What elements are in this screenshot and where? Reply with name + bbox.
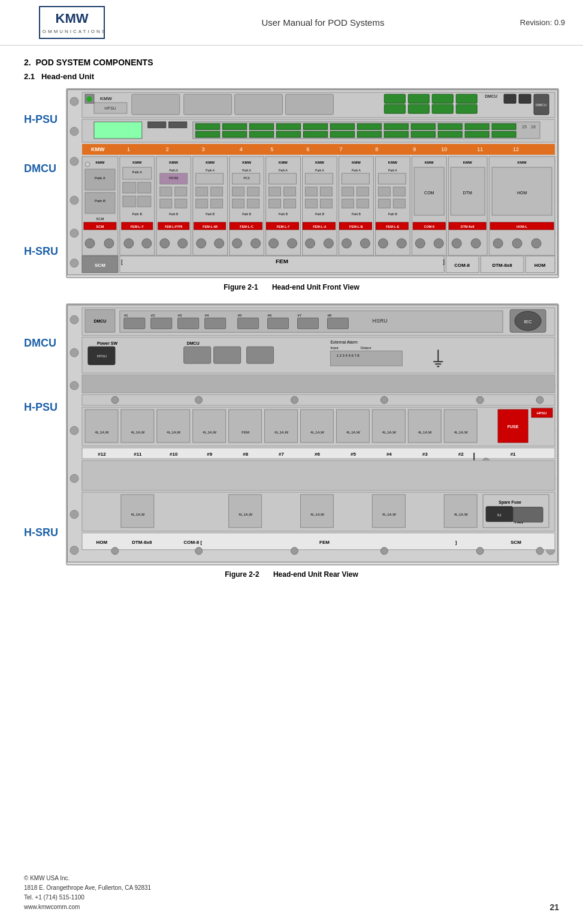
svg-text:PCS: PCS — [244, 176, 250, 180]
svg-text:#12: #12 — [98, 452, 106, 457]
svg-rect-312 — [265, 410, 298, 443]
svg-text:Path B: Path B — [315, 212, 325, 216]
svg-text:KMW: KMW — [388, 161, 397, 164]
svg-text:4L,1A,W: 4L,1A,W — [203, 431, 216, 434]
svg-rect-268 — [238, 318, 259, 329]
svg-point-122 — [160, 239, 170, 248]
svg-rect-30 — [432, 94, 453, 103]
svg-rect-307 — [85, 410, 118, 443]
svg-rect-314 — [336, 410, 369, 443]
svg-point-226 — [512, 239, 522, 248]
section-title: 2. POD SYSTEM COMPONENTS — [24, 58, 559, 67]
svg-rect-57 — [357, 124, 381, 130]
svg-point-163 — [288, 239, 297, 248]
svg-text:KMW: KMW — [95, 161, 104, 164]
svg-text:SCM: SCM — [96, 217, 104, 221]
svg-text:#5: #5 — [351, 452, 356, 457]
svg-point-6 — [70, 157, 78, 165]
svg-text:6: 6 — [307, 146, 310, 152]
figure1-caption: Figure 2-1 Head-end Unit Front View — [24, 283, 559, 291]
svg-text:Path B: Path B — [169, 212, 179, 216]
svg-rect-35 — [504, 94, 516, 103]
front-side-labels: H-PSU DMCU H-SRU — [24, 88, 66, 278]
svg-point-209 — [415, 239, 425, 248]
svg-text:#4: #4 — [205, 314, 209, 317]
svg-text:FUSE: FUSE — [508, 425, 519, 429]
svg-text:FEM-L-Y: FEM-L-Y — [131, 225, 144, 228]
svg-rect-308 — [121, 410, 154, 443]
svg-text:#7: #7 — [298, 314, 302, 317]
svg-text:4L,1A,W: 4L,1A,W — [274, 431, 288, 434]
logo-icon: KMW COMMUNICATIONS — [39, 6, 105, 39]
footer-copyright: © KMW USA Inc. — [24, 874, 151, 883]
svg-rect-266 — [205, 318, 226, 329]
svg-text:7: 7 — [339, 146, 342, 152]
footer-website: www.kmwcomm.com — [24, 902, 151, 912]
svg-rect-116 — [175, 187, 187, 196]
svg-rect-128 — [196, 187, 208, 196]
svg-text:HPSU: HPSU — [97, 354, 107, 358]
svg-rect-353 — [301, 495, 334, 528]
revision-label: Revision: 0.9 — [520, 18, 565, 27]
svg-text:4L,1A,W: 4L,1A,W — [131, 431, 144, 434]
svg-text:KMW: KMW — [352, 161, 361, 164]
svg-point-245 — [70, 474, 78, 483]
svg-text:#2: #2 — [151, 314, 155, 317]
svg-text:#8: #8 — [243, 452, 248, 457]
dmcu-label: DMCU — [24, 162, 61, 175]
document-title: User Manual for POD Systems — [261, 17, 384, 28]
svg-text:4L,1A,W: 4L,1A,W — [95, 431, 108, 434]
rear-hsru-label: H-SRU — [24, 526, 61, 539]
subsection-title: 2.1 Head-end Unit — [24, 72, 559, 81]
svg-rect-184 — [357, 199, 368, 208]
svg-rect-169 — [320, 187, 332, 196]
svg-rect-63 — [438, 124, 462, 130]
svg-text:4L,1A,W: 4L,1A,W — [382, 431, 396, 434]
svg-text:KMW: KMW — [315, 161, 324, 164]
svg-point-176 — [324, 239, 333, 248]
svg-rect-309 — [157, 410, 190, 443]
main-content: 2. POD SYSTEM COMPONENTS 2.1 Head-end Un… — [0, 46, 583, 603]
svg-text:4: 4 — [240, 146, 243, 152]
svg-text:Path B: Path B — [206, 212, 215, 216]
svg-text:SCM: SCM — [510, 540, 521, 545]
svg-text:DMCU: DMCU — [485, 94, 497, 98]
svg-rect-62 — [411, 131, 435, 137]
svg-rect-41 — [94, 122, 142, 139]
front-view-diagram: H-PSU DMCU H-SRU — [24, 88, 559, 278]
svg-text:DMCU: DMCU — [187, 341, 200, 345]
svg-point-135 — [197, 239, 206, 248]
rear-chassis-svg: DMCU #1 #2 #3 #4 #5 #6 #7 — [67, 305, 558, 562]
svg-rect-46 — [196, 131, 220, 137]
svg-point-218 — [471, 239, 481, 248]
svg-rect-183 — [342, 199, 354, 208]
svg-rect-118 — [175, 199, 187, 208]
svg-text:PS700: PS700 — [169, 176, 178, 180]
svg-text:]: ] — [455, 540, 457, 545]
svg-text:#6: #6 — [315, 452, 320, 457]
svg-rect-68 — [492, 131, 516, 137]
svg-rect-64 — [438, 131, 462, 137]
svg-rect-42 — [148, 122, 166, 128]
svg-rect-279 — [82, 337, 555, 373]
svg-rect-31 — [432, 104, 453, 113]
svg-rect-367 — [82, 533, 555, 550]
svg-rect-143 — [247, 187, 259, 196]
svg-rect-313 — [301, 410, 334, 443]
svg-rect-366 — [513, 507, 543, 522]
svg-text:IEC: IEC — [524, 319, 532, 324]
svg-text:#3: #3 — [422, 452, 428, 457]
svg-text:SCM: SCM — [95, 263, 105, 268]
svg-text:3: 3 — [202, 146, 205, 152]
svg-text:#11: #11 — [134, 452, 142, 457]
svg-text:DTM: DTM — [463, 191, 472, 195]
svg-point-136 — [215, 239, 224, 248]
svg-text:Path B: Path B — [95, 199, 105, 203]
svg-rect-182 — [357, 187, 368, 196]
svg-rect-104 — [138, 196, 151, 207]
svg-text:KMW: KMW — [279, 161, 288, 164]
svg-point-217 — [452, 239, 461, 248]
svg-text:FEM-L-A: FEM-L-A — [313, 225, 327, 228]
svg-rect-53 — [304, 124, 328, 130]
svg-rect-48 — [223, 131, 247, 137]
